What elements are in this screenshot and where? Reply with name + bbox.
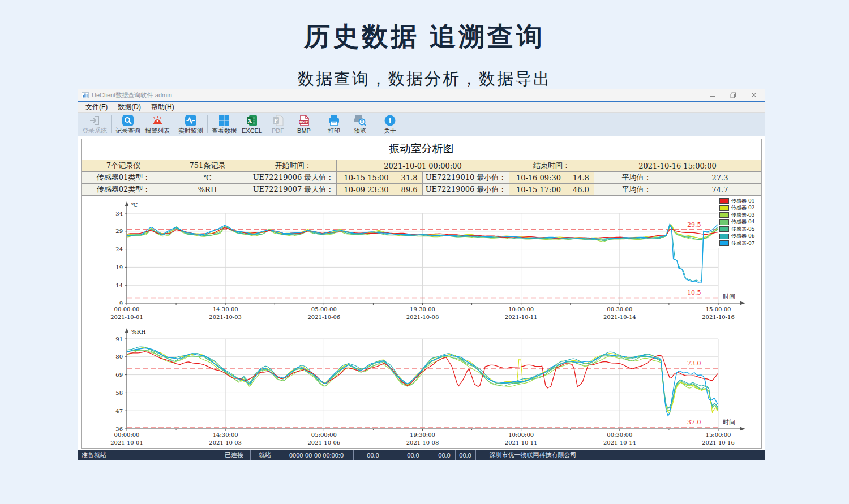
sensor2-max-cell: 10-09 23:3089.6 — [337, 184, 423, 196]
svg-text:19:30:00: 19:30:00 — [410, 432, 435, 438]
svg-text:时间: 时间 — [723, 419, 735, 426]
status-company: 深圳市优一物联网科技有限公司 — [490, 450, 577, 460]
status-value-4: 00.0 — [456, 450, 476, 460]
svg-text:91: 91 — [115, 336, 123, 342]
toolbar-button-login[interactable]: 登录系统 — [80, 113, 109, 136]
start-time-value: 2021-10-01 00:00:00 — [337, 160, 509, 172]
svg-text:2021-10-14: 2021-10-14 — [603, 440, 636, 446]
svg-text:80: 80 — [115, 354, 123, 360]
status-state: 就绪 — [251, 450, 280, 460]
monitor-icon — [185, 114, 197, 127]
sensor1-max-cell: 10-15 15:0031.8 — [337, 172, 423, 184]
end-time-label: 结束时间： — [509, 160, 594, 172]
legend-item: 传感器-05 — [719, 226, 760, 233]
toolbar-button-preview[interactable]: 预览 — [347, 113, 373, 136]
titlebar: UeClient数据查询软件-admin — [78, 89, 765, 101]
toolbar-separator — [375, 115, 375, 133]
svg-text:2021-10-11: 2021-10-11 — [505, 440, 538, 446]
status-ready-text: 准备就绪 — [78, 450, 114, 460]
bmp-icon: BMP — [298, 114, 310, 127]
table-row: 传感器01类型： ℃ UE72219006 最大值： 10-15 15:0031… — [82, 172, 761, 184]
toolbar-separator — [174, 115, 174, 133]
legend-swatch-icon — [719, 234, 729, 239]
svg-text:47: 47 — [115, 408, 123, 414]
statusbar: 准备就绪 已连接 就绪 0000-00-00 00:00:0 00.0 00.0… — [78, 450, 765, 460]
humidity-chart-svg: 73.037.0%RH时间00:00:002021-10-0114:30:002… — [82, 326, 762, 447]
toolbar-button-bmp[interactable]: BMP BMP — [291, 113, 317, 136]
legend-item: 传感器-07 — [719, 240, 760, 247]
svg-text:2021-10-08: 2021-10-08 — [406, 440, 439, 446]
svg-text:29.5: 29.5 — [687, 221, 701, 229]
menu-item[interactable]: 帮助(H) — [146, 102, 179, 112]
toolbar: 登录系统 记录查询 报警列表 实时监测 查看数据 X EXCEL P PDF B… — [78, 113, 765, 136]
toolbar-button-excel[interactable]: X EXCEL — [239, 113, 265, 136]
legend-swatch-icon — [719, 240, 729, 246]
svg-text:14:30:00: 14:30:00 — [213, 432, 238, 438]
toolbar-button-search[interactable]: 记录查询 — [113, 113, 143, 136]
svg-text:00:00:00: 00:00:00 — [114, 432, 140, 438]
svg-text:10.5: 10.5 — [687, 289, 701, 296]
svg-text:2021-10-16: 2021-10-16 — [702, 314, 735, 320]
svg-text:2021-10-03: 2021-10-03 — [209, 314, 242, 320]
legend-item: 传感器-03 — [719, 212, 760, 219]
svg-text:2021-10-01: 2021-10-01 — [110, 440, 143, 446]
sensor1-max-label: UE72219006 最大值： — [250, 172, 337, 184]
page-title: 历史数据 追溯查询 — [0, 19, 849, 54]
svg-text:15:00:00: 15:00:00 — [706, 306, 731, 312]
sensor1-min-label: UE72219010 最小值： — [423, 172, 509, 184]
sensor2-avg-label: 平均值： — [594, 184, 679, 196]
menu-item[interactable]: 文件(F) — [80, 102, 113, 112]
svg-text:37.0: 37.0 — [687, 419, 701, 426]
svg-text:i: i — [389, 117, 392, 124]
legend-swatch-icon — [719, 226, 729, 232]
preview-icon — [354, 114, 366, 127]
page-subtitle: 数据查询，数据分析，数据导出 — [0, 68, 849, 91]
grid-icon — [218, 114, 230, 127]
status-spacer — [680, 450, 765, 460]
status-value-2: 00.0 — [393, 450, 434, 460]
sensor1-type-label: 传感器01类型： — [82, 172, 165, 184]
status-datetime: 0000-00-00 00:00:0 — [280, 450, 354, 460]
toolbar-button-grid[interactable]: 查看数据 — [209, 113, 239, 136]
svg-text:05:00:00: 05:00:00 — [311, 432, 337, 438]
svg-text:00:00:00: 00:00:00 — [114, 306, 140, 312]
summary-table: 7个记录仪 751条记录 开始时间： 2021-10-01 00:00:00 结… — [82, 160, 761, 196]
svg-text:36: 36 — [115, 426, 123, 432]
svg-text:14: 14 — [115, 282, 123, 288]
toolbar-button-about[interactable]: i 关于 — [377, 113, 403, 136]
svg-text:2021-10-01: 2021-10-01 — [110, 314, 143, 320]
status-value-1: 00.0 — [354, 450, 393, 460]
legend-swatch-icon — [719, 212, 729, 218]
table-row: 7个记录仪 751条记录 开始时间： 2021-10-01 00:00:00 结… — [82, 160, 761, 172]
svg-text:73.0: 73.0 — [687, 360, 701, 367]
about-icon: i — [384, 114, 396, 127]
svg-text:9: 9 — [119, 300, 123, 307]
sensor2-type-label: 传感器02类型： — [82, 184, 165, 196]
maximize-icon[interactable] — [730, 92, 736, 98]
svg-text:2021-10-08: 2021-10-08 — [406, 314, 439, 320]
close-icon[interactable] — [751, 92, 757, 98]
sensor1-unit: ℃ — [165, 172, 250, 184]
window-controls — [710, 92, 761, 98]
temperature-chart-svg: 29.510.5℃时间00:00:002021-10-0114:30:00202… — [82, 199, 762, 322]
svg-text:X: X — [248, 117, 252, 123]
sensor2-avg-value: 74.7 — [679, 184, 761, 196]
minimize-icon[interactable] — [710, 92, 715, 98]
sensor1-avg-label: 平均值： — [594, 172, 679, 184]
svg-text:2021-10-03: 2021-10-03 — [209, 440, 242, 446]
toolbar-button-print[interactable]: 打印 — [321, 113, 347, 136]
sensor2-unit: %RH — [165, 184, 250, 196]
svg-text:69: 69 — [115, 372, 123, 378]
toolbar-button-pdf[interactable]: P PDF — [265, 113, 291, 136]
toolbar-button-alarm[interactable]: 报警列表 — [143, 113, 172, 136]
menu-item[interactable]: 数据(D) — [113, 102, 146, 112]
svg-text:24: 24 — [115, 246, 123, 252]
status-connection: 已连接 — [218, 450, 251, 460]
toolbar-button-monitor[interactable]: 实时监测 — [176, 113, 205, 136]
sensor1-min-cell: 10-16 09:3014.8 — [509, 172, 594, 184]
menubar: 文件(F)数据(D)帮助(H) — [78, 102, 765, 113]
legend-item: 传感器-04 — [719, 219, 760, 226]
app-window: UeClient数据查询软件-admin 文件(F)数据(D)帮助(H) 登录系… — [78, 89, 765, 460]
svg-text:58: 58 — [115, 390, 123, 396]
report-title: 振动室分析图 — [82, 141, 761, 155]
